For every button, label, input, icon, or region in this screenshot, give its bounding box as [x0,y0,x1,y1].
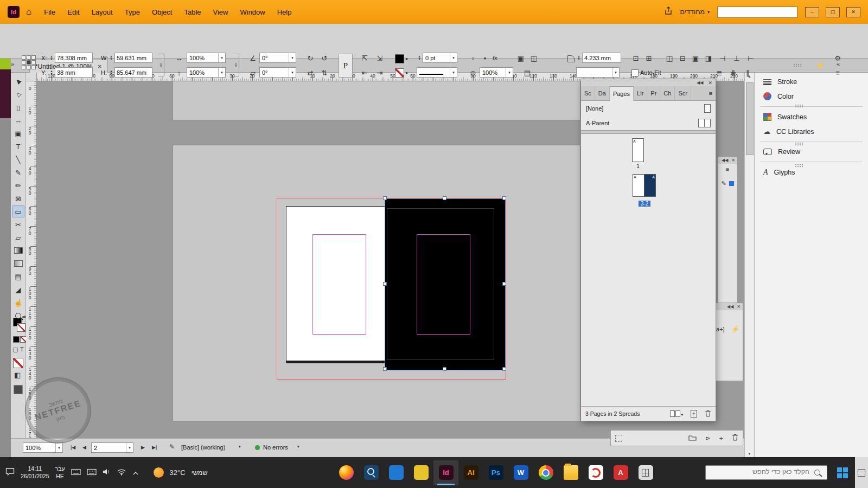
distribute-center-icon[interactable]: ⋕ [728,67,739,78]
text-wrap-none-icon[interactable]: ▣ [515,53,526,63]
taskbar-photoshop[interactable]: Ps [483,460,508,485]
add-item-icon[interactable]: + [719,434,723,442]
selection-handle[interactable] [443,196,446,200]
scrollbar-thumb[interactable] [746,82,754,155]
free-transform-tool[interactable]: ▱ [12,232,24,243]
selection-handle[interactable] [383,282,387,286]
panel-splitter[interactable] [581,130,716,134]
preflight-status[interactable]: No errors [263,444,288,451]
taskbar-search-input[interactable] [711,467,810,476]
clock[interactable]: 14:11 26/01/2025 [21,465,49,480]
page-2-thumbnail[interactable]: A [633,174,644,197]
trash-icon[interactable] [732,433,738,443]
first-page-icon[interactable]: |◀ [71,445,75,450]
dock-item-review[interactable]: Review [755,145,868,159]
delete-page-icon[interactable] [705,410,711,418]
formatting-container-icon[interactable]: ▢ [12,346,18,353]
x-field[interactable] [55,53,93,63]
menu-table[interactable]: Table [179,6,206,18]
fill-frame-icon[interactable]: ⊟ [677,53,688,63]
h-stepper[interactable]: ▲▼ [108,67,114,78]
taskbar-word[interactable]: W [508,460,533,485]
quick-apply-icon[interactable]: ⚡ [815,60,826,70]
page-1-thumbnail[interactable]: A [632,138,644,162]
next-page-icon[interactable]: ▶ [141,445,145,450]
maximize-button[interactable]: ▢ [826,7,840,17]
v-ruler[interactable]: 0102030405060708090100110120130140150160… [26,81,37,438]
corner-radius-stepper[interactable]: ▲▼ [576,53,582,63]
y-stepper[interactable]: ▲▼ [49,67,54,78]
tab-preflight[interactable]: Pr [647,86,660,100]
spread-label[interactable]: 3-2 [633,198,656,208]
page-number-dropdown[interactable]: 2▾ [91,442,133,453]
panel-menu-icon[interactable]: ≡ [706,86,716,100]
stroke-dropdown-icon[interactable]: ▸ [406,70,409,75]
dock-grip[interactable] [795,142,803,146]
select-content-icon[interactable]: ⇲ [374,53,385,63]
tab-overflow-left[interactable]: » [11,61,14,67]
panel-menu-icon[interactable]: ≡ [718,164,737,172]
h-field[interactable] [114,67,152,78]
select-container-icon[interactable]: ⇱ [359,53,370,63]
wifi-icon[interactable] [117,468,126,478]
corner-radius-field[interactable] [582,53,621,63]
edit-pencil-icon[interactable]: ✎ [721,180,726,187]
tab-script-label[interactable]: Scr [675,86,691,100]
fill-dropdown-icon[interactable]: ▸ [406,56,409,61]
menu-layout[interactable]: Layout [87,6,118,18]
presentation-mode-icon[interactable] [14,385,23,394]
corner-shape-dropdown[interactable]: ▾ [576,67,620,78]
fill-swatch[interactable] [395,54,404,63]
taskbar-file-explorer[interactable] [558,460,583,485]
minimize-button[interactable]: – [805,7,819,17]
select-previous-icon[interactable]: ⇤ [359,67,370,78]
tab-links[interactable]: Lir [634,86,647,100]
menu-type[interactable]: Type [120,6,145,18]
previous-page-icon[interactable]: ◀ [82,445,86,450]
parent-page-none-row[interactable]: [None] [581,101,716,115]
share-icon[interactable] [664,7,673,17]
fx-label[interactable]: fx. [493,55,499,61]
dock-item-glyphs[interactable]: AGlyphs [755,165,868,180]
taskbar-acrobat[interactable] [583,460,608,485]
distribute-bottom-icon[interactable]: ∥ [742,67,753,78]
dock-item-cc-libraries[interactable]: ☁CC Libraries [755,124,868,139]
align-center-icon[interactable]: ⊥ [731,53,742,63]
preflight-pen-icon[interactable]: ✎ [169,443,175,451]
opacity-dropdown[interactable]: 100%▾ [480,67,513,78]
rotate-ccw-icon[interactable]: ↺ [319,53,330,63]
home-icon[interactable]: ⌂ [26,7,31,17]
type-tool[interactable]: T [12,140,24,152]
x-stepper[interactable]: ▲▼ [49,53,54,63]
note-tool[interactable]: ▤ [12,271,24,282]
preflight-status-dropdown-icon[interactable]: ▾ [297,445,299,449]
app-search-input[interactable] [717,7,797,18]
pen-tool[interactable]: ✎ [12,166,24,178]
goto-link-icon[interactable]: ⊳ [705,435,710,442]
taskbar-creative-cloud[interactable]: A [608,460,633,485]
last-page-icon[interactable]: ▶| [152,445,157,450]
selection-handle[interactable] [502,282,506,286]
panel-collapse-icon[interactable]: ◀◀ [727,304,733,309]
gradient-tool[interactable] [12,245,24,256]
rectangle-tool[interactable]: ▭ [12,206,24,217]
align-left-icon[interactable]: ⊣ [717,53,728,63]
flip-vertical-icon[interactable]: ⇅ [319,67,330,78]
workspace-switcher[interactable]: מחודדים▾ [680,8,710,16]
toolbar-stroke-swatch[interactable] [17,323,25,332]
panel-close-icon[interactable]: ✕ [731,158,735,163]
preflight-profile-dropdown-icon[interactable]: ▾ [239,445,241,449]
panel-collapse-icon[interactable]: ◀◀ [722,158,728,163]
panel-close-icon[interactable]: ✕ [737,304,741,309]
shear-dropdown[interactable]: 0°▾ [259,67,296,78]
center-content-icon[interactable]: ▣ [690,53,701,63]
zoom-level-dropdown[interactable]: 100%▾ [23,442,63,453]
taskbar-search-app[interactable] [359,460,384,485]
w-field[interactable] [114,53,152,63]
language-indicator[interactable]: עבר HE [55,465,65,480]
new-page-icon[interactable]: + [691,410,697,418]
pinned-window-button[interactable] [855,457,868,488]
taskbar-search[interactable] [705,465,827,480]
taskbar-firefox[interactable] [334,460,359,485]
weather-temperature[interactable]: 32°C [170,468,186,477]
